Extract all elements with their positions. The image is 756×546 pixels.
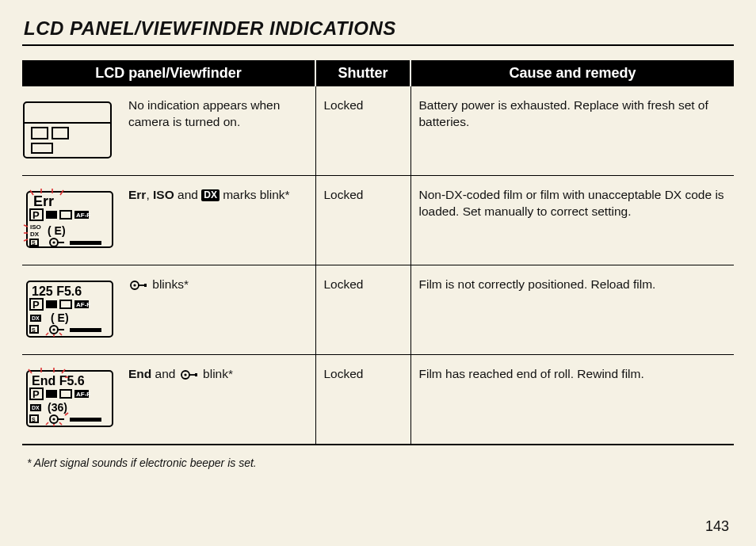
cause-remedy: Film has reached end of roll. Rewind fil… [410,355,734,445]
shutter-state: Locked [315,176,410,265]
col-cause: Cause and remedy [410,60,734,86]
text-iso: ISO [153,188,174,201]
text: blink* [200,367,233,380]
lcd-icon-err: Err P AF-F ISO [22,187,117,250]
col-panel: LCD panel/Viewfinder [22,60,315,86]
lcd-icon-cartridge-blink: 125 F5.6 P AF-F DX ( E) S [22,277,117,340]
col-shutter: Shutter [315,60,410,86]
text-end: End [128,367,151,380]
svg-rect-14 [60,211,71,219]
film-cartridge-icon [181,370,198,380]
table-row: No indication appears when camera is tur… [22,86,734,176]
svg-rect-77 [195,373,197,376]
page-title: LCD PANEL/VIEWFINDER INDICATIONS [24,17,734,40]
svg-text:DX: DX [30,231,40,238]
svg-text:P: P [32,299,40,311]
svg-line-72 [59,422,62,425]
text: No indication appears when camera is tur… [128,98,280,128]
svg-point-48 [133,284,136,286]
text: blinks* [149,277,189,291]
svg-rect-27 [70,241,101,245]
svg-rect-2 [32,128,48,139]
lcd-description: blinks* [128,277,307,293]
svg-rect-13 [46,211,57,219]
svg-text:DX: DX [32,315,40,321]
svg-text:AF-F: AF-F [76,301,90,308]
svg-line-45 [59,333,62,335]
table-row: Err P AF-F ISO [22,176,734,265]
svg-text:(36): (36) [48,401,67,414]
page-number: 143 [705,518,729,535]
text: marks blink* [220,188,290,201]
table-row: End F5.6 P AF-F DX [22,355,734,445]
svg-text:S: S [32,327,36,333]
title-rule [22,44,734,46]
svg-rect-32 [46,300,57,308]
svg-text:ISO: ISO [30,223,41,231]
svg-point-69 [52,418,55,420]
text: and [151,367,178,380]
svg-text:End  F5.6: End F5.6 [32,374,85,388]
table-header-row: LCD panel/Viewfinder Shutter Cause and r… [22,60,734,86]
svg-text:S: S [32,417,36,422]
table-row: 125 F5.6 P AF-F DX ( E) S [22,265,734,355]
footnote: * Alert signal sounds if electronic beep… [27,456,734,469]
svg-point-26 [52,241,55,243]
svg-rect-4 [32,143,52,153]
svg-point-42 [52,328,55,330]
svg-rect-60 [60,390,71,398]
text: , [146,188,153,201]
svg-text:S: S [32,240,36,246]
dx-chip-icon: DX [201,189,220,201]
svg-text:P: P [32,209,40,221]
svg-text:P: P [32,388,40,400]
svg-rect-46 [70,328,101,332]
shutter-state: Locked [315,265,410,355]
cause-remedy: Non-DX-coded film or film with unaccepta… [410,176,734,265]
shutter-state: Locked [315,86,410,176]
svg-rect-3 [52,128,68,139]
svg-line-70 [46,422,48,425]
lcd-description: End and blink* [128,366,307,383]
film-cartridge-icon [130,281,147,290]
svg-line-43 [46,333,48,335]
text-err: Err [128,188,146,201]
svg-rect-74 [70,418,101,422]
svg-text:AF-F: AF-F [76,212,90,219]
svg-text:DX: DX [32,405,40,410]
lcd-description: No indication appears when camera is tur… [128,97,307,131]
lcd-description: Err, ISO and DX marks blink* [128,187,307,204]
svg-point-76 [184,373,186,376]
svg-rect-59 [46,390,57,398]
lcd-icon-blank [22,97,117,161]
indications-table: LCD panel/Viewfinder Shutter Cause and r… [22,60,734,445]
cause-remedy: Battery power is exhausted. Replace with… [410,86,734,176]
svg-text:AF-F: AF-F [76,391,90,398]
shutter-state: Locked [315,355,410,445]
svg-text:125  F5.6: 125 F5.6 [32,284,82,298]
svg-text:(  E): ( E) [51,311,69,324]
cause-remedy: Film is not correctly positioned. Reload… [410,265,734,355]
svg-rect-33 [60,300,71,308]
svg-text:( E): ( E) [48,224,66,237]
svg-rect-49 [144,284,147,287]
lcd-icon-end: End F5.6 P AF-F DX [22,366,117,430]
svg-text:Err: Err [33,193,54,209]
text: and [174,188,201,201]
